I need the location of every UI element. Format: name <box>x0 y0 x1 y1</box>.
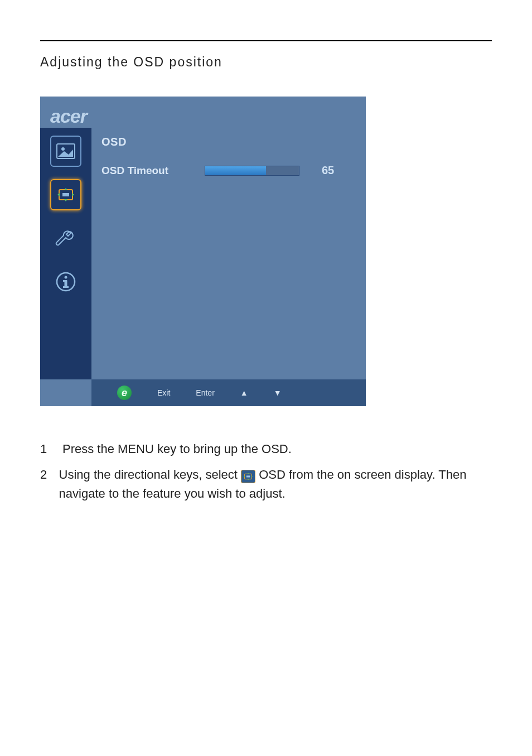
svg-rect-10 <box>246 475 250 477</box>
svg-rect-8 <box>63 280 66 282</box>
setting-label: OSD Timeout <box>101 165 194 177</box>
value-bar-fill <box>205 166 266 175</box>
arrow-up-icon[interactable]: ▲ <box>240 388 248 397</box>
tab-settings[interactable] <box>50 223 81 254</box>
list-text: Press the MENU key to bring up the OSD. <box>62 440 292 459</box>
footer-enter-label[interactable]: Enter <box>196 388 214 397</box>
osd-screenshot: acer <box>40 97 366 406</box>
footer-exit-label[interactable]: Exit <box>157 388 170 397</box>
osd-content: OSD OSD Timeout 65 <box>101 136 356 177</box>
e-badge-icon[interactable]: e <box>117 386 132 400</box>
svg-point-1 <box>61 147 65 151</box>
text-fragment: Using the directional keys, select <box>59 468 241 481</box>
brand-logo: acer <box>50 105 87 127</box>
wrench-icon <box>54 226 78 251</box>
list-number: 2 <box>40 465 48 503</box>
horizontal-rule <box>40 40 492 41</box>
instruction-list: 1 Press the MENU key to bring up the OSD… <box>40 440 492 503</box>
list-number: 1 <box>40 440 51 459</box>
picture-icon <box>56 143 75 159</box>
tab-info[interactable] <box>50 266 81 297</box>
info-icon <box>54 269 78 294</box>
list-item: 2 Using the directional keys, select OSD… <box>40 465 492 503</box>
arrow-down-icon[interactable]: ▼ <box>274 388 282 397</box>
osd-position-icon-inline <box>241 470 255 483</box>
tab-osd[interactable] <box>50 179 81 210</box>
setting-row: OSD Timeout 65 <box>101 164 356 177</box>
setting-value: 65 <box>322 164 334 177</box>
osd-position-icon <box>56 186 76 203</box>
svg-point-5 <box>65 276 67 279</box>
osd-sidebar <box>40 128 91 379</box>
svg-rect-7 <box>63 286 69 288</box>
tab-picture[interactable] <box>50 136 81 167</box>
page-heading: Adjusting the OSD position <box>40 55 492 70</box>
svg-rect-3 <box>62 193 69 196</box>
osd-footer: e Exit Enter ▲ ▼ <box>91 379 366 406</box>
value-bar[interactable] <box>205 166 299 176</box>
list-item: 1 Press the MENU key to bring up the OSD… <box>40 440 492 459</box>
menu-title: OSD <box>101 136 356 148</box>
list-text: Using the directional keys, select OSD f… <box>59 465 492 503</box>
